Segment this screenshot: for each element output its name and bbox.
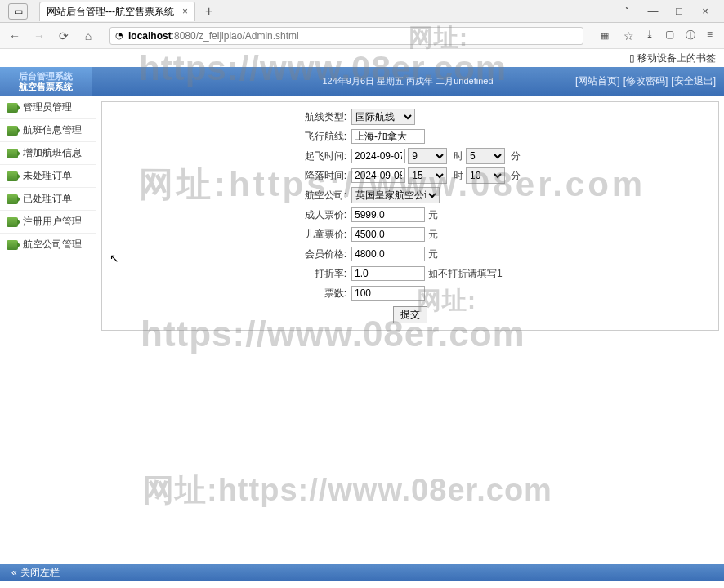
flight-form: 航线类型: 国际航线 飞行航线: 起飞时间: 9 时 5 分 降落时间: bbox=[101, 101, 719, 331]
tab-title: 网站后台管理---航空售票系统 bbox=[47, 5, 174, 19]
account-icon[interactable]: ⓘ bbox=[686, 29, 695, 42]
app-header: 后台管理系统 航空售票系统 124年9月6日 星期五 丙戌年 二月undefin… bbox=[0, 67, 724, 96]
menu-icon[interactable]: ≡ bbox=[707, 29, 713, 42]
sidebar-item-airlines[interactable]: 航空公司管理 bbox=[0, 234, 96, 256]
sidebar-item-done-orders[interactable]: 已处理订单 bbox=[0, 188, 96, 211]
row-member: 会员价格: 元 bbox=[102, 244, 718, 264]
sidebar: 管理员管理 航班信息管理 增加航班信息 未处理订单 已处理订单 注册用户管理 航… bbox=[0, 96, 96, 562]
qr-icon[interactable]: ▦ bbox=[597, 30, 613, 41]
adult-price-input[interactable] bbox=[351, 207, 425, 222]
arrive-hour-select[interactable]: 15 bbox=[408, 167, 447, 184]
shield-icon: ◔ bbox=[115, 30, 123, 41]
depart-date-input[interactable] bbox=[351, 149, 405, 163]
app-body: 管理员管理 航班信息管理 增加航班信息 未处理订单 已处理订单 注册用户管理 航… bbox=[0, 96, 724, 562]
submit-row: 提交 bbox=[102, 303, 718, 325]
sidebar-item-add-flight[interactable]: 增加航班信息 bbox=[0, 142, 96, 165]
label-child: 儿童票价: bbox=[102, 228, 351, 242]
discount-hint: 如不打折请填写1 bbox=[428, 268, 503, 279]
main-panel: 航线类型: 国际航线 飞行航线: 起飞时间: 9 时 5 分 降落时间: bbox=[96, 96, 724, 562]
unit-min: 分 bbox=[511, 170, 521, 181]
unit-yuan: 元 bbox=[428, 248, 438, 260]
row-depart: 起飞时间: 9 时 5 分 bbox=[102, 146, 718, 166]
logo-text-2: 航空售票系统 bbox=[19, 82, 73, 91]
url-bar[interactable]: ◔ localhost:8080/z_feijipiao/Admin.shtml bbox=[109, 27, 583, 45]
arrow-icon bbox=[7, 194, 18, 204]
download-icon[interactable]: ⤓ bbox=[646, 29, 654, 42]
label-route: 飞行航线: bbox=[102, 130, 351, 144]
label-adult: 成人票价: bbox=[102, 208, 351, 222]
label-depart: 起飞时间: bbox=[102, 149, 351, 163]
home-icon[interactable]: ⌂ bbox=[80, 29, 96, 42]
sidebar-item-label: 航空公司管理 bbox=[23, 238, 82, 252]
chevron-down-icon[interactable]: ˅ bbox=[621, 5, 632, 17]
collapse-arrow-icon[interactable]: « bbox=[11, 567, 17, 578]
link-change-password[interactable]: [修改密码] bbox=[623, 74, 668, 88]
row-arrive: 降落时间: 15 时 10 分 bbox=[102, 166, 718, 185]
label-arrive: 降落时间: bbox=[102, 169, 351, 183]
row-adult: 成人票价: 元 bbox=[102, 205, 718, 225]
tickets-input[interactable] bbox=[351, 286, 425, 301]
arrow-icon bbox=[7, 149, 18, 158]
sidebar-item-label: 已处理订单 bbox=[23, 192, 72, 206]
mouse-cursor-icon: ↖ bbox=[109, 252, 119, 265]
unit-hour: 时 bbox=[454, 170, 463, 181]
link-home[interactable]: [网站首页] bbox=[575, 74, 620, 88]
discount-input[interactable] bbox=[351, 266, 425, 281]
maximize-icon[interactable]: □ bbox=[673, 5, 685, 17]
submit-button[interactable]: 提交 bbox=[393, 306, 427, 323]
collapse-sidebar-link[interactable]: 关闭左栏 bbox=[20, 566, 60, 580]
arrive-min-select[interactable]: 10 bbox=[466, 167, 505, 184]
label-route-type: 航线类型: bbox=[102, 110, 351, 124]
sidebar-item-flight-info[interactable]: 航班信息管理 bbox=[0, 119, 96, 142]
new-tab-button[interactable]: + bbox=[205, 4, 212, 19]
depart-min-select[interactable]: 5 bbox=[466, 148, 505, 164]
sidebar-item-label: 增加航班信息 bbox=[23, 146, 82, 160]
browser-nav-bar: ← → ⟳ ⌂ ◔ localhost:8080/z_feijipiao/Adm… bbox=[0, 23, 724, 49]
arrow-icon bbox=[7, 240, 18, 250]
child-price-input[interactable] bbox=[351, 227, 425, 242]
sidebar-toggle-icon[interactable]: ▭ bbox=[8, 3, 28, 20]
link-logout[interactable]: [安全退出] bbox=[671, 74, 716, 88]
airline-select[interactable]: 英国皇家航空公司 bbox=[351, 187, 440, 203]
reload-icon[interactable]: ⟳ bbox=[56, 29, 72, 42]
sidebar-item-label: 航班信息管理 bbox=[23, 123, 82, 137]
mobile-bookmarks-link[interactable]: ▯ 移动设备上的书签 bbox=[629, 51, 716, 65]
label-airline: 航空公司: bbox=[102, 189, 351, 203]
sidebar-item-label: 管理员管理 bbox=[23, 100, 72, 114]
header-links: [网站首页] [修改密码] [安全退出] bbox=[575, 74, 716, 88]
row-route-type: 航线类型: 国际航线 bbox=[102, 107, 718, 127]
row-tickets: 票数: bbox=[102, 283, 718, 303]
browser-tab[interactable]: 网站后台管理---航空售票系统 × bbox=[39, 2, 195, 21]
member-price-input[interactable] bbox=[351, 247, 425, 261]
unit-yuan: 元 bbox=[428, 229, 438, 240]
star-icon[interactable]: ☆ bbox=[621, 29, 637, 42]
minimize-icon[interactable]: — bbox=[647, 5, 659, 17]
arrive-date-input[interactable] bbox=[351, 168, 405, 183]
unit-hour: 时 bbox=[454, 150, 463, 162]
sidebar-item-label: 注册用户管理 bbox=[23, 215, 82, 229]
extensions-icon[interactable]: ▢ bbox=[665, 29, 674, 42]
back-icon[interactable]: ← bbox=[7, 29, 23, 42]
tab-group: ▭ 网站后台管理---航空售票系统 × + bbox=[3, 0, 212, 22]
close-tab-icon[interactable]: × bbox=[182, 6, 188, 17]
forward-icon: → bbox=[31, 29, 47, 42]
row-child: 儿童票价: 元 bbox=[102, 225, 718, 244]
arrow-icon bbox=[7, 103, 18, 113]
sidebar-item-users[interactable]: 注册用户管理 bbox=[0, 211, 96, 234]
footer-bar: « 关闭左栏 bbox=[0, 564, 724, 581]
sidebar-item-admin[interactable]: 管理员管理 bbox=[0, 96, 96, 119]
depart-hour-select[interactable]: 9 bbox=[408, 148, 447, 164]
row-discount: 打折率: 如不打折请填写1 bbox=[102, 264, 718, 283]
arrow-icon bbox=[7, 126, 18, 136]
unit-min: 分 bbox=[511, 150, 521, 162]
label-member: 会员价格: bbox=[102, 247, 351, 261]
label-discount: 打折率: bbox=[102, 267, 351, 281]
arrow-icon bbox=[7, 217, 18, 227]
route-input[interactable] bbox=[351, 129, 425, 144]
route-type-select[interactable]: 国际航线 bbox=[351, 109, 415, 125]
browser-tab-bar: ▭ 网站后台管理---航空售票系统 × + ˅ — □ × bbox=[0, 0, 724, 23]
sidebar-item-label: 未处理订单 bbox=[23, 169, 72, 183]
sidebar-item-pending-orders[interactable]: 未处理订单 bbox=[0, 165, 96, 188]
close-window-icon[interactable]: × bbox=[699, 5, 711, 17]
window-controls: ˅ — □ × bbox=[621, 5, 721, 17]
